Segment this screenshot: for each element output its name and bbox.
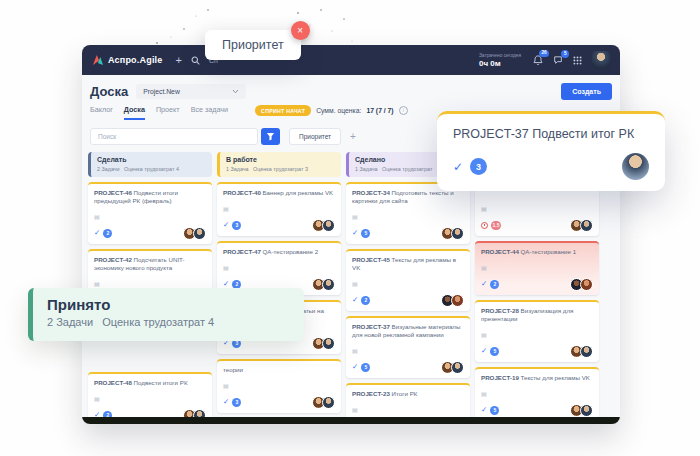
task-card[interactable]: PROJECT-44 QA-тестирование 1▤✓2 bbox=[475, 241, 599, 295]
messages-badge: 5 bbox=[561, 50, 569, 58]
task-card[interactable]: PROJECT-46 Подвести итоги предыдущей РК … bbox=[88, 182, 212, 244]
task-card[interactable]: PROJECT-19 Тексты для рекламы VK▤✓5 bbox=[475, 367, 599, 417]
priority-filter-chip[interactable]: Приоритет bbox=[289, 128, 341, 145]
task-card[interactable]: PROJECT-40 Баннер для рекламы VK▤✓3 bbox=[217, 182, 341, 236]
task-footer: ✓5 bbox=[352, 227, 464, 239]
info-icon[interactable]: i bbox=[399, 106, 408, 115]
top-navbar: Аспро.Agile + Сп Затрачено сегодня 0ч 0м… bbox=[82, 45, 620, 75]
estimate-badge: 2 bbox=[103, 229, 112, 238]
task-card[interactable]: PROJECT-28 Визуализация для презентации▤… bbox=[475, 300, 599, 362]
estimate-badge: 2 bbox=[490, 280, 499, 289]
sprint-status-badge: СПРИНТ НАЧАТ bbox=[255, 105, 311, 116]
notifications-button[interactable]: 26 bbox=[533, 55, 543, 66]
task-code: PROJECT-42 bbox=[94, 256, 134, 263]
callout-task-title: PROJECT-37 Подвести итог РК bbox=[453, 127, 649, 141]
assignee-avatars bbox=[444, 294, 464, 307]
task-code: PROJECT-34 bbox=[352, 189, 392, 196]
assignee-avatar bbox=[622, 153, 649, 180]
check-icon: ✓ bbox=[352, 296, 358, 304]
assignee-avatars bbox=[573, 404, 593, 417]
time-tracker-value: 0ч 0м bbox=[479, 59, 521, 68]
search-icon[interactable] bbox=[191, 56, 200, 65]
task-title: PROJECT-34 Подготовить тексты и картинки… bbox=[352, 189, 464, 205]
column-title: Сделать bbox=[97, 156, 206, 164]
avatar bbox=[322, 278, 335, 291]
board-column: Сделать2 Задачи Оценка трудозатрат 4PROJ… bbox=[88, 152, 212, 417]
accepted-title: Принято bbox=[47, 296, 290, 313]
add-filter-button[interactable]: + bbox=[350, 132, 356, 142]
task-footer: ✓5 bbox=[352, 361, 464, 373]
task-card[interactable]: PROJECT-47 QA-тестирование 2▤✓2 bbox=[217, 241, 341, 295]
search-input[interactable] bbox=[96, 132, 252, 141]
task-card[interactable]: PROJECT-23 Итоги РК▤✓5 bbox=[346, 383, 470, 417]
avatar bbox=[580, 278, 593, 291]
priority-tooltip-label: Приоритет bbox=[222, 38, 284, 52]
user-avatar[interactable] bbox=[592, 51, 610, 69]
apps-grid-button[interactable] bbox=[573, 56, 582, 65]
board-column: В работе1 Задача Оценка трудозатрат 3PRO… bbox=[217, 152, 341, 417]
task-code: PROJECT-37 bbox=[352, 323, 392, 330]
add-icon[interactable]: + bbox=[176, 55, 182, 66]
assignee-avatars bbox=[444, 361, 464, 374]
task-card[interactable]: PROJECT-48 Подвести итоги РК▤✓2 bbox=[88, 372, 212, 417]
brand: Аспро.Agile bbox=[92, 54, 163, 66]
task-code: PROJECT-47 bbox=[223, 248, 263, 255]
task-card-callout[interactable]: PROJECT-37 Подвести итог РК ✓ 3 bbox=[437, 111, 665, 191]
task-footer: 1.5 bbox=[481, 219, 593, 231]
avatar bbox=[580, 219, 593, 232]
priority-tooltip: Приоритет × bbox=[205, 30, 301, 60]
tab-backlog[interactable]: Баклог bbox=[90, 105, 113, 120]
funnel-icon bbox=[266, 132, 275, 141]
avatar bbox=[580, 345, 593, 358]
task-card[interactable]: PROJECT-45 Тексты для рекламы в VK▤✓2 bbox=[346, 249, 470, 311]
check-icon: ✓ bbox=[352, 229, 358, 237]
assignee-avatars bbox=[444, 227, 464, 240]
window-bottom-bar bbox=[82, 417, 620, 424]
time-tracker: Затрачено сегодня 0ч 0м bbox=[479, 53, 521, 68]
check-icon: ✓ bbox=[481, 280, 487, 288]
check-icon: ✓ bbox=[453, 160, 463, 174]
filter-button[interactable] bbox=[261, 128, 280, 145]
brand-label: Аспро.Agile bbox=[108, 55, 163, 65]
task-footer: ✓2 bbox=[352, 294, 464, 306]
assignee-avatars bbox=[315, 278, 335, 291]
check-icon: ✓ bbox=[481, 347, 487, 355]
avatar bbox=[322, 337, 335, 350]
check-icon: ✓ bbox=[481, 406, 487, 414]
tab-all-tasks[interactable]: Все задачи bbox=[191, 105, 228, 120]
task-card[interactable]: теории▤✓3 bbox=[217, 359, 341, 413]
create-button[interactable]: Создать bbox=[561, 83, 612, 100]
project-selector[interactable]: Project.New bbox=[136, 84, 246, 99]
check-icon: ✓ bbox=[223, 398, 229, 406]
assignee-avatars bbox=[186, 409, 206, 418]
task-card[interactable]: PROJECT-34 Подготовить тексты и картинки… bbox=[346, 182, 470, 244]
avatar bbox=[193, 409, 206, 418]
column-meta: 1 Задача Оценка трудозатрат 3 bbox=[226, 166, 335, 172]
estimate-badge: 2 bbox=[361, 296, 370, 305]
score-label: Сумм. оценка: bbox=[316, 107, 361, 114]
time-tracker-label: Затрачено сегодня bbox=[479, 53, 521, 58]
task-footer: ✓5 bbox=[481, 404, 593, 416]
description-icon: ▤ bbox=[481, 332, 487, 339]
description-icon: ▤ bbox=[94, 396, 100, 403]
task-title: PROJECT-37 Визуальные материалы для ново… bbox=[352, 323, 464, 339]
board-column: ▤1.5PROJECT-44 QA-тестирование 1▤✓2PROJE… bbox=[475, 152, 599, 417]
column-meta: 2 Задачи Оценка трудозатрат 4 bbox=[97, 166, 206, 172]
column-header[interactable]: В работе1 Задача Оценка трудозатрат 3 bbox=[217, 152, 341, 177]
description-icon: ▤ bbox=[352, 407, 358, 414]
task-card[interactable]: PROJECT-37 Визуальные материалы для ново… bbox=[346, 316, 470, 378]
description-icon: ▤ bbox=[223, 206, 229, 213]
avatar bbox=[580, 404, 593, 417]
task-code: PROJECT-46 bbox=[94, 189, 134, 196]
task-footer: ✓3 bbox=[223, 219, 335, 231]
board-column: Сделано1 Задача Оценка трудозатратPROJEC… bbox=[346, 152, 470, 417]
assignee-avatars bbox=[315, 396, 335, 409]
accepted-column-callout[interactable]: Принято 2 Задачи Оценка трудозатрат 4 bbox=[28, 288, 304, 341]
tab-project[interactable]: Проект bbox=[156, 105, 180, 120]
column-header[interactable]: Сделать2 Задачи Оценка трудозатрат 4 bbox=[88, 152, 212, 177]
description-icon: ▤ bbox=[352, 281, 358, 288]
tab-board[interactable]: Доска bbox=[124, 105, 145, 120]
deadline-clock-icon bbox=[481, 222, 488, 229]
messages-button[interactable]: 5 bbox=[553, 55, 563, 65]
close-icon[interactable]: × bbox=[291, 21, 310, 40]
